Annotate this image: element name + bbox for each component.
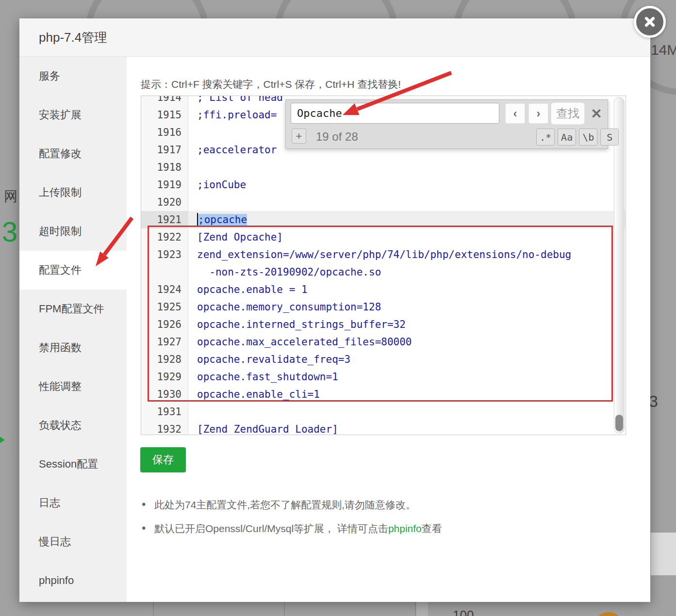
search-selection-toggle[interactable]: S	[600, 129, 619, 146]
line-number: 1927	[141, 333, 188, 351]
code-line-1918[interactable]: 1918	[141, 159, 626, 176]
modal-close-button[interactable]	[634, 6, 666, 38]
code-line-1926[interactable]: 1926opcache.interned_strings_buffer=32	[141, 316, 626, 333]
code-line-1930[interactable]: 1930opcache.enable_cli=1	[141, 386, 626, 403]
code-line-1931[interactable]: 1931	[141, 403, 626, 421]
background-left-char: 网	[4, 187, 17, 206]
line-number: 1914	[141, 96, 188, 106]
search-case-toggle[interactable]: Aa	[558, 129, 576, 146]
line-number: 1922	[141, 228, 188, 246]
sidebar-item-上传限制[interactable]: 上传限制	[19, 173, 127, 212]
code-line-1920[interactable]: 1920	[141, 194, 626, 211]
background-divider	[153, 602, 154, 616]
search-find-button[interactable]: 查找	[551, 102, 585, 125]
code-line-1925[interactable]: 1925opcache.memory_consumption=128	[141, 298, 626, 316]
search-word-toggle[interactable]: \b	[579, 129, 597, 146]
search-close-icon[interactable]: ✕	[589, 104, 604, 123]
search-add-button[interactable]: +	[292, 129, 306, 144]
page-root: { "modal": { "title": "php-7.4管理", "hint…	[0, 0, 676, 616]
php-manage-modal: php-7.4管理 服务安装扩展配置修改上传限制超时限制配置文件FPM配置文件禁…	[19, 18, 650, 602]
line-number	[141, 263, 188, 281]
modal-title: php-7.4管理	[39, 18, 107, 57]
save-button[interactable]: 保存	[140, 447, 186, 472]
sidebar-item-禁用函数[interactable]: 禁用函数	[19, 328, 127, 367]
sidebar-item-配置文件[interactable]: 配置文件	[19, 251, 127, 290]
bullet-icon: •	[142, 517, 154, 540]
line-number: 1920	[141, 194, 188, 211]
line-text	[188, 194, 626, 211]
search-next-button[interactable]: ›	[528, 103, 548, 124]
line-number: 1928	[141, 351, 188, 368]
line-number: 1926	[141, 316, 188, 333]
background-right-top-text: 14M	[651, 42, 676, 58]
sidebar-item-负载状态[interactable]: 负载状态	[19, 406, 127, 445]
note-item: •默认已开启Openssl/Curl/Mysql等扩展， 详情可点击phpinf…	[142, 517, 442, 540]
sidebar-item-服务[interactable]: 服务	[19, 57, 127, 96]
code-line-1932[interactable]: 1932[Zend ZendGuard Loader]	[141, 421, 626, 435]
code-line-1927[interactable]: 1927opcache.max_accelerated_files=80000	[141, 333, 626, 351]
background-divider	[415, 602, 416, 616]
line-number: 1930	[141, 386, 188, 403]
line-number: 1923	[141, 246, 188, 263]
sidebar-item-慢日志[interactable]: 慢日志	[19, 522, 127, 561]
background-band	[416, 602, 428, 616]
note-text: 此处为74主配置文件,若您不了解配置规则,请勿随意修改。	[154, 493, 416, 517]
sidebar-item-日志[interactable]: 日志	[19, 484, 127, 522]
background-left-green-number: 3	[2, 215, 17, 248]
code-line-1929[interactable]: 1929opcache.fast_shutdown=1	[141, 368, 626, 386]
search-regex-toggle[interactable]: .*	[536, 129, 555, 146]
code-line-1922[interactable]: 1922[Zend Opcache]	[141, 228, 626, 246]
note-text: 默认已开启Openssl/Curl/Mysql等扩展， 详情可点击phpinfo…	[154, 517, 442, 540]
sidebar-item-安装扩展[interactable]: 安装扩展	[19, 96, 127, 134]
line-number: 1916	[141, 124, 188, 141]
search-input[interactable]	[291, 103, 499, 124]
sidebar-item-Session配置[interactable]: Session配置	[19, 445, 127, 484]
background-green-arrow-icon	[0, 436, 5, 444]
line-text: [Zend Opcache]	[188, 228, 626, 246]
line-text	[188, 403, 626, 421]
line-number: 1929	[141, 368, 188, 386]
code-line-wrap[interactable]: -non-zts-20190902/opcache.so	[141, 263, 626, 281]
modal-header: php-7.4管理	[19, 18, 650, 57]
line-text: ;opcache	[188, 211, 626, 228]
line-text: ;ionCube	[188, 176, 626, 194]
line-number: 1932	[141, 421, 188, 435]
editor-scrollbar[interactable]	[614, 97, 625, 434]
sidebar-item-配置修改[interactable]: 配置修改	[19, 134, 127, 173]
background-light-card	[651, 533, 676, 575]
line-text: opcache.enable_cli=1	[188, 386, 626, 403]
line-text: opcache.fast_shutdown=1	[188, 368, 626, 386]
line-number: 1925	[141, 298, 188, 316]
search-options: .*Aa\bS	[536, 129, 619, 146]
notes-list: •此处为74主配置文件,若您不了解配置规则,请勿随意修改。•默认已开启Opens…	[142, 493, 442, 540]
editor-hint-text: 提示：Ctrl+F 搜索关键字，Ctrl+S 保存，Ctrl+H 查找替换!	[141, 78, 401, 91]
bullet-icon: •	[142, 493, 154, 516]
sidebar-item-性能调整[interactable]: 性能调整	[19, 367, 127, 406]
code-line-1928[interactable]: 1928opcache.revalidate_freq=3	[141, 351, 626, 368]
background-bottom-number: 100	[453, 608, 474, 616]
line-number: 1918	[141, 159, 188, 176]
line-text: zend_extension=/www/server/php/74/lib/ph…	[188, 246, 626, 263]
note-item: •此处为74主配置文件,若您不了解配置规则,请勿随意修改。	[142, 493, 442, 517]
line-text: opcache.memory_consumption=128	[188, 298, 626, 316]
code-line-1924[interactable]: 1924opcache.enable = 1	[141, 281, 626, 298]
line-text: opcache.max_accelerated_files=80000	[188, 333, 626, 351]
line-text: -non-zts-20190902/opcache.so	[188, 263, 626, 281]
line-number: 1919	[141, 176, 188, 194]
code-line-1923[interactable]: 1923zend_extension=/www/server/php/74/li…	[141, 246, 626, 263]
line-text: [Zend ZendGuard Loader]	[188, 421, 626, 435]
sidebar-item-FPM配置文件[interactable]: FPM配置文件	[19, 290, 127, 328]
sidebar-item-phpinfo[interactable]: phpinfo	[19, 561, 127, 600]
code-line-1921[interactable]: 1921;opcache	[141, 211, 626, 228]
search-match-selection: ;opcache	[198, 214, 247, 226]
sidebar: 服务安装扩展配置修改上传限制超时限制配置文件FPM配置文件禁用函数性能调整负载状…	[19, 57, 127, 602]
phpinfo-link[interactable]: phpinfo	[388, 523, 422, 534]
editor-scrollbar-thumb[interactable]	[615, 415, 623, 431]
line-number: 1921	[141, 211, 188, 228]
code-line-1919[interactable]: 1919;ionCube	[141, 176, 626, 194]
line-number: 1917	[141, 141, 188, 159]
sidebar-item-超时限制[interactable]: 超时限制	[19, 212, 127, 251]
search-dialog: ‹ › 查找 ✕ + 19 of 28 .*Aa\bS	[285, 99, 608, 149]
search-prev-button[interactable]: ‹	[505, 103, 525, 124]
search-match-count: 19 of 28	[316, 130, 358, 144]
